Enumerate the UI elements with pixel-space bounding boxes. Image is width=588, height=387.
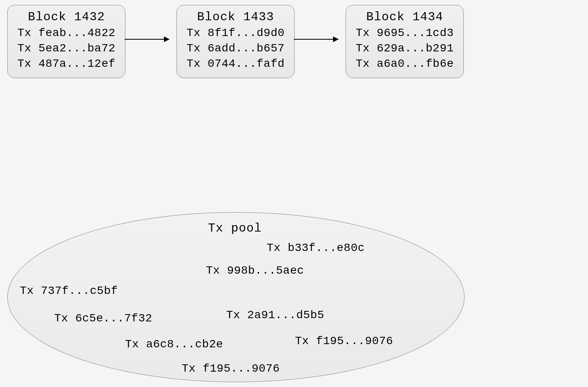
block-tx: Tx 629a...b291 [356, 41, 454, 56]
pool-tx: Tx 2a91...d5b5 [226, 309, 324, 321]
block-title: Block 1434 [356, 10, 454, 24]
block-title: Block 1433 [187, 10, 284, 24]
block-tx: Tx a6a0...fb6e [356, 56, 454, 72]
arrow-icon [294, 39, 338, 40]
block-1432: Block 1432 Tx feab...4822 Tx 5ea2...ba72… [7, 5, 125, 78]
block-tx: Tx 5ea2...ba72 [17, 41, 115, 56]
pool-tx: Tx f195...9076 [182, 362, 280, 375]
pool-tx: Tx 998b...5aec [206, 264, 304, 277]
block-tx: Tx 487a...12ef [17, 56, 115, 72]
tx-pool: Tx pool Tx b33f...e80c Tx 998b...5aec Tx… [7, 212, 465, 382]
pool-tx: Tx b33f...e80c [267, 242, 365, 254]
block-1434: Block 1434 Tx 9695...1cd3 Tx 629a...b291… [346, 5, 464, 78]
block-tx: Tx 6add...b657 [187, 41, 284, 56]
pool-tx: Tx a6c8...cb2e [125, 338, 223, 351]
block-tx: Tx 8f1f...d9d0 [187, 26, 284, 41]
block-tx: Tx 0744...fafd [187, 56, 284, 72]
pool-tx: Tx 737f...c5bf [20, 285, 118, 297]
block-1433: Block 1433 Tx 8f1f...d9d0 Tx 6add...b657… [176, 5, 295, 78]
pool-tx: Tx 6c5e...7f32 [54, 312, 152, 325]
tx-pool-title: Tx pool [208, 221, 262, 235]
pool-tx: Tx f195...9076 [295, 335, 393, 347]
block-tx: Tx 9695...1cd3 [356, 26, 454, 41]
block-tx: Tx feab...4822 [17, 26, 115, 41]
arrow-icon [125, 39, 169, 40]
block-title: Block 1432 [17, 10, 115, 24]
